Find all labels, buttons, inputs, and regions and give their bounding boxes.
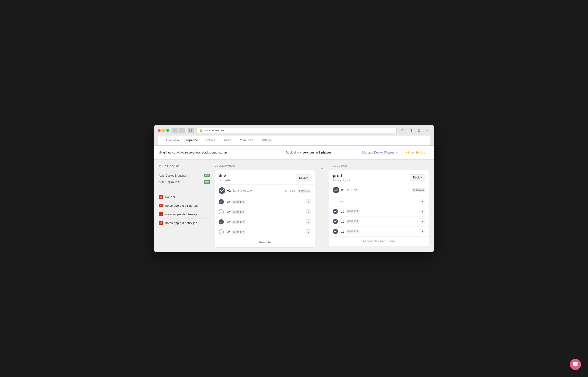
prod-check-icon <box>333 187 339 193</box>
stage-arrow: → <box>320 164 324 171</box>
prod-commit-version: v1 <box>341 188 345 192</box>
dev-service-row-3: v2 b99d49c ▾ <box>215 227 315 237</box>
dev-env-name: dev <box>219 173 232 178</box>
dev-commit-time: 11 minutes ago <box>233 189 252 192</box>
tab-issues[interactable]: Issues <box>219 136 235 145</box>
dev-service-1-version: v2 <box>227 210 230 214</box>
prod-service-2-version: v1 <box>341 220 344 223</box>
dev-service-row-0: v2 b99d49c ▾ <box>215 197 315 207</box>
prod-service-row-1: v1 8501a24 ▾ <box>329 206 429 216</box>
promoted-from-label: PROMOTED FROM: dev <box>329 236 429 246</box>
github-icon: ⊙ <box>159 150 162 155</box>
app-navigation: Overview Pipeline Activity Issues Resour… <box>158 136 430 145</box>
lock-icon: 🔒 <box>199 129 203 132</box>
branch-icon: ⌥ <box>284 189 287 192</box>
dev-service-0-expand[interactable]: ▾ <box>306 199 311 204</box>
sidebar: ✏ Edit Pipeline Auto-Deploy Branches ON … <box>159 164 215 247</box>
dev-service-0-hash: b99d49c <box>232 200 245 204</box>
dev-service-3-hash: b99d49c <box>232 230 245 234</box>
tab-activity[interactable]: Activity <box>202 136 219 145</box>
pencil-icon: ✏ <box>159 164 161 168</box>
back-button[interactable]: ‹ <box>172 128 178 133</box>
dev-service-0-check-icon <box>219 199 224 204</box>
dev-service-0-version: v2 <box>227 200 230 204</box>
git-branch-icon: ⌥ <box>219 179 222 182</box>
new-service-button[interactable]: + New Service <box>402 149 429 156</box>
sidebar-toggle-button[interactable] <box>188 128 194 133</box>
prod-service-2-expand[interactable]: ▾ <box>420 219 425 224</box>
share-button[interactable]: ⬆ <box>408 128 414 133</box>
dev-service-3-version: v2 <box>227 230 230 234</box>
prod-service-3-check-icon <box>333 229 338 234</box>
auto-deploy-prs-badge: ON <box>204 180 210 184</box>
new-tab-button[interactable]: ⧉ <box>416 128 422 133</box>
auto-deploy-prs-setting: Auto-Deploy PRs ON <box>159 179 210 185</box>
promote-button[interactable]: Promote <box>215 237 315 247</box>
url-text: console.seed.run <box>204 129 225 132</box>
forward-button[interactable]: › <box>179 128 185 133</box>
tab-pipeline[interactable]: Pipeline <box>182 136 202 145</box>
address-bar[interactable]: 🔒 console.seed.run <box>197 128 396 133</box>
service-icon-like-api <box>159 195 163 199</box>
edit-pipeline-link[interactable]: ✏ Edit Pipeline <box>159 164 210 168</box>
dev-service-2-version: v2 <box>227 220 230 224</box>
close-button[interactable] <box>158 129 161 132</box>
pipeline-content: DEVELOPMENT dev ⌥ master Deploy <box>215 164 429 247</box>
prod-service-3-hash: 8501a24 <box>346 230 359 234</box>
svg-rect-1 <box>191 129 192 130</box>
service-icon-notify-job <box>159 221 163 225</box>
info-bar: ⊙ github.com/jayair/serverless-stack-dem… <box>154 146 434 160</box>
tab-settings[interactable]: Settings <box>257 136 275 145</box>
dev-service-3-expand[interactable]: ▾ <box>306 229 311 235</box>
dev-commit-branch: ⌥ master <box>284 189 296 192</box>
service-item-notes-api[interactable]: notes-app-ext-notes-api <box>159 210 210 219</box>
prod-service-0-expand[interactable]: ▾ <box>420 199 425 204</box>
auto-deploy-branches-setting: Auto-Deploy Branches ON <box>159 172 210 179</box>
dev-commit-summary: v2 11 minutes ago ⌥ master b99d49c <box>215 185 315 197</box>
prod-service-1-expand[interactable]: ▾ <box>420 209 425 214</box>
tab-overview[interactable]: Overview <box>162 136 182 145</box>
minimize-button[interactable] <box>162 129 165 132</box>
prod-env-name: prod <box>333 173 350 178</box>
repo-url: github.com/jayair/serverless-stack-demo-… <box>163 151 227 154</box>
prod-commit-time: 1:39 PM <box>347 188 357 192</box>
prod-service-3-version: v1 <box>341 230 344 233</box>
prod-deploy-button[interactable]: Deploy <box>410 174 425 181</box>
prod-service-0-dash: — <box>340 199 343 203</box>
service-item-billing-api[interactable]: notes-app-ext-billing-api <box>159 201 210 210</box>
maximize-button[interactable] <box>166 129 169 132</box>
dev-deploy-button[interactable]: Deploy <box>296 175 311 181</box>
repo-link[interactable]: ⊙ github.com/jayair/serverless-stack-dem… <box>159 150 256 155</box>
prod-commit-hash: 8501a24 <box>412 188 425 192</box>
dev-service-2-check-icon <box>219 219 224 224</box>
prod-service-2-hash: 8501a24 <box>346 220 359 224</box>
dev-service-2-hash: b99d49c <box>232 220 245 224</box>
prod-service-1-hash: 8501a24 <box>346 210 359 213</box>
svg-rect-3 <box>191 131 192 132</box>
dev-service-1-hash: b99d49c <box>232 210 245 214</box>
production-section: PRODUCTION prod Auto-deploy off Deploy <box>329 164 429 246</box>
dev-service-row-2: v2 b99d49c ▾ <box>215 217 315 227</box>
service-icon-billing-api <box>159 204 163 207</box>
manage-phases-link[interactable]: Manage Deploy Phases > <box>362 151 397 154</box>
production-label: PRODUCTION <box>329 164 429 167</box>
tab-resources[interactable]: Resources <box>235 136 257 145</box>
service-item-notify-job[interactable]: notes-app-ext-notify-job <box>159 219 210 227</box>
development-section: DEVELOPMENT dev ⌥ master Deploy <box>215 164 315 247</box>
prod-service-row-3: v1 8501a24 ▾ <box>329 226 429 236</box>
add-tab-button[interactable]: + <box>424 128 430 133</box>
auto-deploy-branches-badge: ON <box>204 174 210 177</box>
dev-branch: ⌥ master <box>219 179 232 182</box>
prod-service-3-expand[interactable]: ▾ <box>420 229 425 234</box>
prod-card-header: prod Auto-deploy off Deploy <box>329 170 429 184</box>
dev-check-icon <box>219 187 225 194</box>
dev-service-2-expand[interactable]: ▾ <box>306 219 311 224</box>
prod-service-1-version: v1 <box>341 210 344 213</box>
chat-button[interactable] <box>570 359 581 370</box>
dev-service-1-expand[interactable]: ▾ <box>306 209 311 214</box>
service-item-like-api[interactable]: like-api <box>159 193 210 201</box>
development-label: DEVELOPMENT <box>215 164 315 167</box>
refresh-button[interactable]: ↺ <box>399 128 405 133</box>
prod-service-1-check-icon <box>333 209 338 214</box>
dev-stage-card: dev ⌥ master Deploy <box>215 170 315 247</box>
